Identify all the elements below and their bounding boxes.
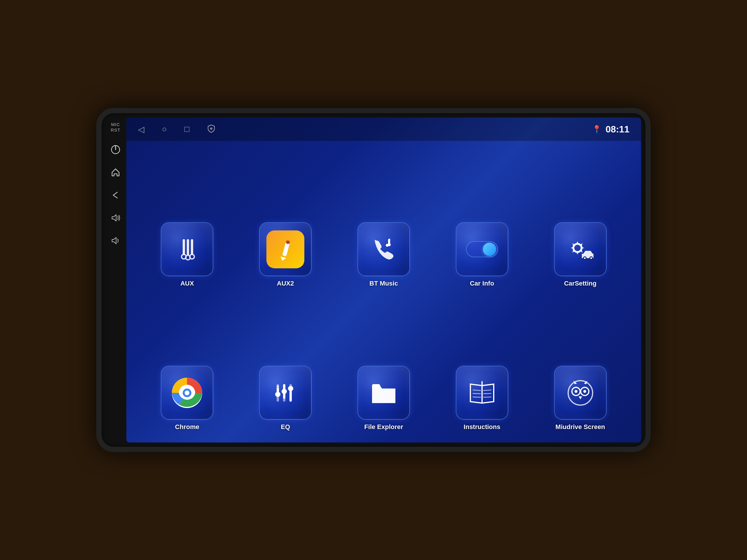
app-bt-music[interactable]: BT Music <box>338 150 430 287</box>
svg-point-44 <box>574 390 577 393</box>
svg-rect-5 <box>191 239 193 255</box>
app-label-miudrive: Miudrive Screen <box>556 423 605 431</box>
volume-down-button[interactable] <box>108 233 123 248</box>
svg-rect-9 <box>282 240 290 257</box>
svg-point-45 <box>583 390 586 393</box>
top-bar: ◁ ○ □ 📍 08:11 <box>126 117 641 141</box>
svg-line-37 <box>473 397 481 397</box>
svg-point-12 <box>386 244 389 247</box>
app-icon-bt-music[interactable] <box>357 222 410 276</box>
svg-point-25 <box>275 392 280 397</box>
aux2-gradient-bg <box>266 231 304 268</box>
app-label-bt-music: BT Music <box>369 280 398 287</box>
shield-nav-button[interactable] <box>207 124 216 135</box>
back-side-button[interactable] <box>108 188 123 203</box>
svg-rect-33 <box>372 386 380 389</box>
home-nav-button[interactable]: ○ <box>162 125 167 134</box>
app-car-setting[interactable]: CarSetting <box>534 150 626 287</box>
app-icon-file-explorer[interactable] <box>357 366 410 420</box>
car-head-unit: MIC RST <box>96 108 651 452</box>
app-label-instructions: Instructions <box>464 423 500 431</box>
app-label-aux: AUX <box>180 280 194 287</box>
app-icon-miudrive[interactable] <box>554 366 607 420</box>
app-icon-car-info[interactable] <box>456 222 508 276</box>
svg-line-35 <box>473 390 481 391</box>
svg-point-18 <box>590 257 592 259</box>
svg-line-40 <box>483 397 491 397</box>
svg-point-42 <box>572 387 580 396</box>
app-grid: AUX AUX2 <box>126 141 641 443</box>
nav-buttons: ◁ ○ □ <box>138 124 216 135</box>
svg-rect-30 <box>289 389 292 402</box>
toggle-knob <box>483 243 496 256</box>
clock: 08:11 <box>606 124 629 135</box>
app-icon-aux2[interactable] <box>259 222 312 276</box>
main-screen: ◁ ○ □ 📍 08:11 <box>126 117 641 443</box>
location-icon: 📍 <box>592 125 601 134</box>
app-label-car-info: Car Info <box>470 280 494 287</box>
app-label-eq: EQ <box>281 423 290 431</box>
back-nav-button[interactable]: ◁ <box>138 125 145 134</box>
app-label-aux2: AUX2 <box>277 280 294 287</box>
svg-point-43 <box>581 387 589 396</box>
svg-point-2 <box>210 128 212 130</box>
svg-rect-27 <box>283 384 285 399</box>
svg-rect-11 <box>286 240 291 244</box>
app-icon-instructions[interactable] <box>456 366 508 420</box>
app-label-file-explorer: File Explorer <box>364 423 403 431</box>
rst-label: RST <box>111 128 121 132</box>
power-button[interactable] <box>108 142 123 157</box>
status-area: 📍 08:11 <box>592 124 629 135</box>
toggle-switch-icon <box>466 241 498 257</box>
svg-point-13 <box>388 243 391 246</box>
app-miudrive[interactable]: Miudrive Screen <box>534 293 626 431</box>
svg-rect-4 <box>187 239 189 255</box>
svg-point-31 <box>288 386 293 391</box>
svg-point-28 <box>282 389 287 394</box>
app-chrome[interactable]: Chrome <box>141 293 233 431</box>
app-label-car-setting: CarSetting <box>564 280 596 287</box>
app-icon-car-setting[interactable] <box>554 222 607 276</box>
app-aux[interactable]: AUX <box>141 150 233 287</box>
app-icon-eq[interactable] <box>259 366 312 420</box>
svg-point-22 <box>185 391 189 395</box>
svg-rect-3 <box>183 239 185 255</box>
app-eq[interactable]: EQ <box>239 293 332 431</box>
app-car-info[interactable]: Car Info <box>436 150 528 287</box>
svg-point-16 <box>584 257 586 259</box>
side-controls: MIC RST <box>104 113 127 447</box>
mic-label: MIC <box>111 122 120 127</box>
app-aux2[interactable]: AUX2 <box>239 150 332 287</box>
app-instructions[interactable]: Instructions <box>436 293 528 431</box>
svg-marker-10 <box>280 257 286 261</box>
volume-up-button[interactable] <box>108 211 123 225</box>
app-icon-chrome[interactable] <box>161 366 213 420</box>
recents-nav-button[interactable]: □ <box>184 125 189 134</box>
app-label-chrome: Chrome <box>175 423 199 431</box>
app-icon-aux[interactable] <box>161 222 213 276</box>
app-file-explorer[interactable]: File Explorer <box>338 293 430 431</box>
svg-line-38 <box>483 390 491 391</box>
home-side-button[interactable] <box>108 165 123 180</box>
svg-point-14 <box>573 244 582 252</box>
